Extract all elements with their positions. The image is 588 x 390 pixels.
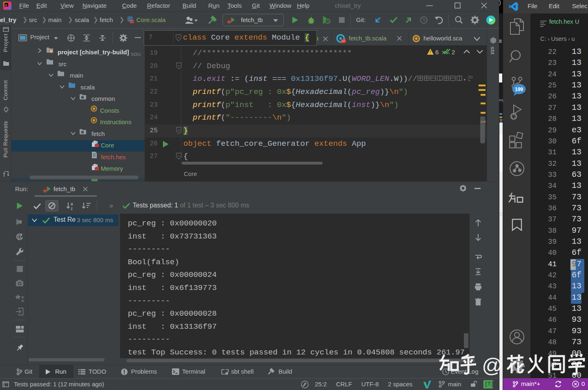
- svg-text:6: 6: [435, 49, 439, 56]
- svg-text:@: @: [482, 354, 503, 377]
- svg-text:IJ: IJ: [5, 4, 7, 7]
- svg-text:a: a: [71, 202, 73, 206]
- svg-text:2: 2: [452, 49, 455, 56]
- svg-text:199: 199: [515, 87, 523, 92]
- svg-text:z: z: [71, 206, 73, 211]
- svg-text:9: 9: [19, 219, 22, 225]
